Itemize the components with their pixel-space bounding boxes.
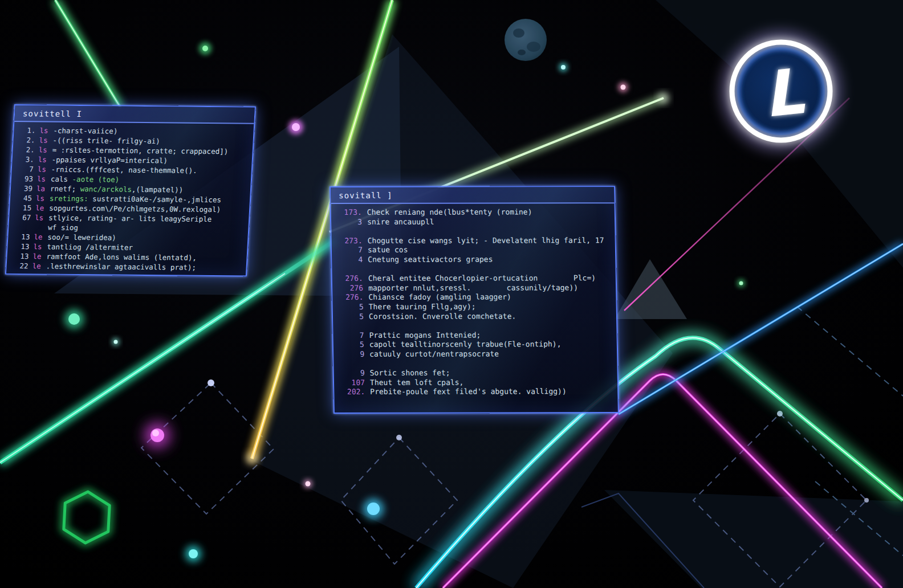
hexagon: [63, 491, 111, 544]
code-line: 5capolt tealltinorscenly trabue(Fle-onti…: [340, 340, 611, 349]
line-tip-glow: [247, 454, 257, 464]
terminal-1-body: 1.ls-charst-vaiice)2.ls-((riss trile- fr…: [6, 122, 254, 276]
terminal-1-title: sovittell I: [23, 109, 83, 119]
terminal-window-2: sovitall ] 173.Check reniang nde(lbus*te…: [330, 186, 619, 414]
code-line: 4Cnetung seattivactors grapes: [339, 255, 609, 264]
logo-glyph: L: [760, 55, 808, 132]
code-line: 276.Chiansce fadoy (amgling laagger): [339, 292, 610, 302]
terminal-1-titlebar[interactable]: sovittell I: [14, 105, 255, 124]
code-line: 276.Cheral entitee Chocerlopier-ortucati…: [339, 273, 610, 283]
code-line: 202.Prebite-poule fext filed's abgute. v…: [341, 387, 612, 397]
code-line: 22le.lesthrewinslar agtaacivalls prat);: [13, 262, 241, 273]
code-line: [338, 226, 609, 236]
code-line: [339, 264, 609, 274]
code-line: [340, 359, 611, 369]
code-line: 173.Check reniang nde(lbus*tenty (romine…: [338, 207, 609, 217]
code-line: 276mapporter nnlut,sressl. cassunily/tag…: [339, 283, 610, 293]
code-line: [340, 321, 611, 330]
neon-line-green-topleft: [55, 0, 121, 108]
code-line: 7Prattic mogans Inttenied;: [340, 330, 611, 340]
neon-scene: L L sovittell I 1.ls-charst-vaiice)2.ls-…: [0, 0, 903, 588]
terminal-2-title: sovitall ]: [339, 190, 393, 199]
terminal-2-body: 173.Check reniang nde(lbus*tenty (romine…: [331, 203, 618, 399]
code-line: 9catuuly curtot/nentrapsocrate: [340, 349, 611, 359]
code-line: 5There tauring Fllg,agy);: [340, 302, 611, 312]
moon: [505, 19, 547, 61]
code-line: 7satue cos: [339, 246, 609, 255]
code-line: 3snire ancauupll: [338, 217, 609, 227]
code-line: 9Sortic shones fet;: [341, 368, 612, 378]
code-line: 273.Chogutte cise wangs lyit; - Develate…: [339, 236, 609, 246]
code-line: 5Corostsion. Cnverolle comchetate.: [340, 312, 611, 321]
brand-logo: L L: [727, 37, 835, 145]
terminal-window-1: sovittell I 1.ls-charst-vaiice)2.ls-((ri…: [5, 104, 256, 277]
terminal-2-titlebar[interactable]: sovitall ]: [331, 187, 615, 204]
code-line: 107Theut tem loft cpals,: [341, 378, 612, 387]
